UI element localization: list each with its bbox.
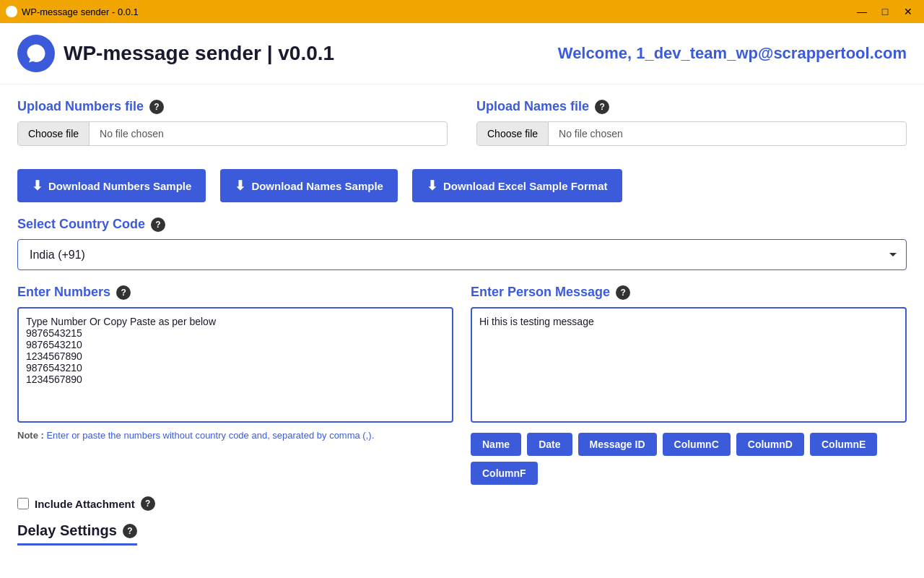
tag-buttons-row: Name Date Message ID ColumnC ColumnD Col… <box>471 433 907 485</box>
names-file-name: No file chosen <box>549 122 906 145</box>
message-textarea[interactable]: Hi this is testing message <box>471 307 907 423</box>
numbers-file-name: No file chosen <box>90 122 447 145</box>
download-arrow-icon: ⬇ <box>32 178 43 194</box>
numbers-textarea[interactable]: Type Number Or Copy Paste as per below 9… <box>17 307 453 423</box>
numbers-textarea-label: Enter Numbers ? <box>17 285 453 300</box>
welcome-text: Welcome, 1_dev_team_wp@scrappertool.com <box>558 44 907 63</box>
message-help-icon[interactable]: ? <box>616 285 630 300</box>
download-names-sample-button[interactable]: ⬇ Download Names Sample <box>220 169 398 202</box>
tag-columnf-button[interactable]: ColumnF <box>471 462 538 485</box>
attachment-help-icon[interactable]: ? <box>141 496 155 511</box>
numbers-group: Enter Numbers ? Type Number Or Copy Past… <box>17 285 453 485</box>
message-group: Enter Person Message ? Hi this is testin… <box>471 285 907 485</box>
app-logo: WP-message sender | v0.0.1 <box>17 35 334 72</box>
download-buttons-row: ⬇ Download Numbers Sample ⬇ Download Nam… <box>17 169 907 202</box>
title-bar: WP-message sender - 0.0.1 — □ ✕ <box>0 0 924 23</box>
app-title: WP-message sender | v0.0.1 <box>64 42 334 65</box>
tag-columne-button[interactable]: ColumnE <box>810 433 877 456</box>
title-bar-title: WP-message sender - 0.0.1 <box>22 7 139 17</box>
country-label: Select Country Code ? <box>17 217 907 232</box>
message-section: Enter Numbers ? Type Number Or Copy Past… <box>17 285 907 485</box>
minimize-button[interactable]: — <box>852 4 872 20</box>
attachment-label: Include Attachment <box>35 498 135 510</box>
chat-icon <box>25 43 47 64</box>
tag-columnc-button[interactable]: ColumnC <box>663 433 731 456</box>
close-button[interactable]: ✕ <box>898 4 918 20</box>
include-attachment-checkbox[interactable] <box>17 498 29 509</box>
logo-circle <box>17 35 55 72</box>
upload-numbers-label: Upload Numbers file ? <box>17 99 448 114</box>
note-body: Enter or paste the numbers without count… <box>46 430 374 441</box>
country-section: Select Country Code ? India (+91) USA (+… <box>17 217 907 270</box>
tag-name-button[interactable]: Name <box>471 433 521 456</box>
tag-columnd-button[interactable]: ColumnD <box>736 433 804 456</box>
attachment-row: Include Attachment ? <box>17 496 907 511</box>
note-prefix: Note : <box>17 430 46 441</box>
delay-title: Delay Settings ? <box>17 522 137 545</box>
window-controls: — □ ✕ <box>852 4 918 20</box>
upload-names-group: Upload Names file ? Choose file No file … <box>476 99 907 155</box>
upload-numbers-group: Upload Numbers file ? Choose file No fil… <box>17 99 448 155</box>
numbers-file-input-row: Choose file No file chosen <box>17 121 448 146</box>
numbers-note: Note : Enter or paste the numbers withou… <box>17 430 453 441</box>
choose-numbers-file-button[interactable]: Choose file <box>18 122 90 145</box>
upload-names-help-icon[interactable]: ? <box>595 100 609 114</box>
download-numbers-sample-button[interactable]: ⬇ Download Numbers Sample <box>17 169 206 202</box>
delay-help-icon[interactable]: ? <box>123 524 137 538</box>
choose-names-file-button[interactable]: Choose file <box>477 122 549 145</box>
upload-names-label: Upload Names file ? <box>476 99 907 114</box>
download-arrow-icon: ⬇ <box>427 178 437 194</box>
app-header: WP-message sender | v0.0.1 Welcome, 1_de… <box>0 23 924 85</box>
upload-section: Upload Numbers file ? Choose file No fil… <box>17 99 907 155</box>
download-arrow-icon: ⬇ <box>235 178 245 194</box>
main-content: Upload Numbers file ? Choose file No fil… <box>0 85 924 560</box>
delay-section: Delay Settings ? <box>17 522 907 545</box>
upload-numbers-help-icon[interactable]: ? <box>149 100 164 114</box>
app-icon <box>6 6 17 17</box>
message-textarea-label: Enter Person Message ? <box>471 285 907 300</box>
download-excel-sample-button[interactable]: ⬇ Download Excel Sample Format <box>412 169 622 202</box>
title-bar-left: WP-message sender - 0.0.1 <box>6 6 139 17</box>
names-file-input-row: Choose file No file chosen <box>476 121 907 146</box>
country-select[interactable]: India (+91) USA (+1) UK (+44) Australia … <box>17 239 907 270</box>
tag-date-button[interactable]: Date <box>527 433 572 456</box>
tag-messageid-button[interactable]: Message ID <box>578 433 657 456</box>
maximize-button[interactable]: □ <box>875 4 895 20</box>
numbers-help-icon[interactable]: ? <box>116 285 131 300</box>
country-help-icon[interactable]: ? <box>151 217 165 232</box>
